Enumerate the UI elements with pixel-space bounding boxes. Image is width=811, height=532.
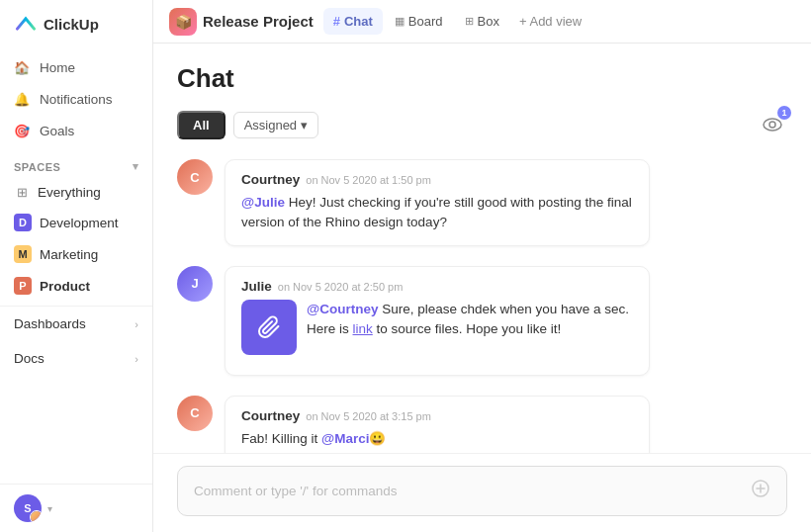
- sidebar-item-everything-label: Everything: [38, 185, 101, 200]
- development-dot: D: [14, 214, 32, 231]
- docs-label: Docs: [14, 351, 45, 366]
- sidebar-item-notifications-label: Notifications: [40, 92, 113, 107]
- message-bubble: Courtney on Nov 5 2020 at 1:50 pm @Julie…: [225, 159, 650, 246]
- message-time: on Nov 5 2020 at 3:15 pm: [306, 410, 431, 422]
- message-time: on Nov 5 2020 at 1:50 pm: [306, 174, 431, 186]
- source-link[interactable]: link: [353, 321, 373, 336]
- sidebar-item-goals-label: Goals: [40, 124, 74, 138]
- sidebar-item-notifications[interactable]: 🔔 Notifications: [0, 83, 152, 115]
- mention-courtney: @Courtney: [307, 302, 378, 316]
- chevron-right-icon: ›: [135, 318, 138, 330]
- message-header: Courtney on Nov 5 2020 at 3:15 pm: [241, 408, 633, 423]
- comment-input-area[interactable]: Comment or type '/' for commands: [177, 466, 787, 516]
- add-view-button[interactable]: + Add view: [511, 8, 589, 35]
- watch-button[interactable]: 1: [758, 110, 787, 139]
- message-text: @Julie Hey! Just checking if you're stil…: [241, 193, 633, 233]
- message-header: Courtney on Nov 5 2020 at 1:50 pm: [241, 172, 633, 187]
- msg-emoji: 😀: [369, 431, 386, 446]
- app-logo[interactable]: ClickUp: [0, 0, 152, 47]
- chevron-down-icon: ▾: [133, 160, 139, 173]
- message-item: C Courtney on Nov 5 2020 at 1:50 pm @Jul…: [177, 159, 787, 246]
- julie-msg-inner: @Courtney Sure, please chdek when you ha…: [241, 300, 633, 363]
- chevron-right-icon-docs: ›: [135, 353, 138, 365]
- message-body: Hey! Just checking if you're still good …: [241, 195, 632, 229]
- sidebar-item-everything[interactable]: ⊞ Everything: [0, 177, 152, 207]
- board-icon: ▦: [395, 15, 405, 28]
- project-title: Release Project: [203, 13, 314, 30]
- sidebar-item-marketing-label: Marketing: [40, 247, 98, 262]
- chat-page-title: Chat: [177, 63, 787, 94]
- message-item: J Julie on Nov 5 2020 at 2:50 pm @Courtn…: [177, 266, 787, 376]
- message-item: C Courtney on Nov 5 2020 at 3:15 pm Fab!…: [177, 396, 787, 454]
- home-icon: 🏠: [14, 59, 30, 75]
- watch-badge: 1: [777, 106, 791, 120]
- comment-box: Comment or type '/' for commands: [153, 453, 811, 532]
- sidebar-item-product[interactable]: P Product: [0, 270, 152, 302]
- sidebar-item-goals[interactable]: 🎯 Goals: [0, 115, 152, 146]
- chat-area: Chat All Assigned ▾ 1 C: [153, 44, 811, 453]
- message-text: @Courtney Sure, please chdek when you ha…: [307, 300, 633, 340]
- topbar: 📦 Release Project # Chat ▦ Board ⊞ Box +…: [153, 0, 811, 44]
- sidebar-user-area[interactable]: S ▾: [0, 484, 152, 532]
- svg-point-1: [769, 122, 775, 128]
- grid-icon: ⊞: [14, 184, 30, 200]
- tab-board-label: Board: [408, 14, 443, 29]
- add-view-label: + Add view: [519, 14, 582, 29]
- tab-box[interactable]: ⊞ Box: [455, 8, 509, 35]
- box-icon: ⊞: [465, 15, 474, 28]
- courtney-avatar-2: C: [177, 396, 213, 431]
- tab-chat[interactable]: # Chat: [323, 8, 383, 35]
- product-dot: P: [14, 277, 32, 295]
- tab-chat-label: Chat: [344, 14, 373, 29]
- sidebar-item-home-label: Home: [40, 60, 75, 75]
- mention-marci: @Marci: [321, 431, 369, 446]
- marketing-dot: M: [14, 245, 32, 263]
- sidebar-item-product-label: Product: [40, 279, 90, 294]
- user-chevron-icon: ▾: [47, 503, 52, 514]
- filter-assigned-label: Assigned: [244, 118, 297, 133]
- send-icon[interactable]: [751, 479, 770, 503]
- project-icon: 📦: [169, 8, 197, 36]
- sidebar-item-home[interactable]: 🏠 Home: [0, 51, 152, 83]
- message-bubble: Julie on Nov 5 2020 at 2:50 pm @Courtney…: [225, 266, 650, 376]
- sidebar-item-development-label: Development: [40, 216, 119, 230]
- clickup-logo-icon: [14, 12, 38, 36]
- message-header: Julie on Nov 5 2020 at 2:50 pm: [241, 279, 633, 294]
- sidebar-item-marketing[interactable]: M Marketing: [0, 238, 152, 270]
- message-author: Courtney: [241, 408, 300, 423]
- msg-text-before: Fab! Killing it: [241, 431, 321, 446]
- spaces-section-header: Spaces ▾: [0, 150, 152, 177]
- goals-icon: 🎯: [14, 123, 30, 138]
- app-name-label: ClickUp: [44, 16, 99, 33]
- chat-filter-bar: All Assigned ▾ 1: [177, 110, 787, 139]
- msg-text-2: to source files. Hope you like it!: [373, 321, 562, 336]
- attachment-card: [241, 300, 297, 355]
- filter-all-button[interactable]: All: [177, 111, 225, 139]
- spaces-label: Spaces: [14, 161, 60, 173]
- dashboards-label: Dashboards: [14, 316, 86, 331]
- sidebar-item-development[interactable]: D Development: [0, 207, 152, 238]
- message-text: Fab! Killing it @Marci😀: [241, 429, 633, 449]
- message-author: Courtney: [241, 172, 300, 187]
- main-area: 📦 Release Project # Chat ▦ Board ⊞ Box +…: [153, 0, 811, 532]
- courtney-avatar: C: [177, 159, 213, 195]
- julie-avatar: J: [177, 266, 213, 302]
- sidebar: ClickUp 🏠 Home 🔔 Notifications 🎯 Goals S…: [0, 0, 153, 532]
- filter-assigned-dropdown[interactable]: Assigned ▾: [233, 112, 318, 138]
- dropdown-chevron-icon: ▾: [301, 118, 308, 133]
- hash-icon: #: [333, 14, 340, 29]
- tab-board[interactable]: ▦ Board: [385, 8, 453, 35]
- sidebar-nav: 🏠 Home 🔔 Notifications 🎯 Goals: [0, 47, 152, 150]
- svg-point-0: [764, 119, 781, 131]
- tab-box-label: Box: [478, 14, 499, 29]
- message-bubble: Courtney on Nov 5 2020 at 3:15 pm Fab! K…: [225, 396, 650, 454]
- message-author: Julie: [241, 279, 272, 294]
- message-time: on Nov 5 2020 at 2:50 pm: [278, 281, 404, 293]
- sidebar-dashboards[interactable]: Dashboards ›: [0, 306, 152, 341]
- bell-icon: 🔔: [14, 91, 30, 107]
- comment-placeholder[interactable]: Comment or type '/' for commands: [194, 484, 743, 498]
- user-avatar: S: [14, 494, 42, 522]
- mention-julie: @Julie: [241, 195, 285, 210]
- sidebar-docs[interactable]: Docs ›: [0, 341, 152, 376]
